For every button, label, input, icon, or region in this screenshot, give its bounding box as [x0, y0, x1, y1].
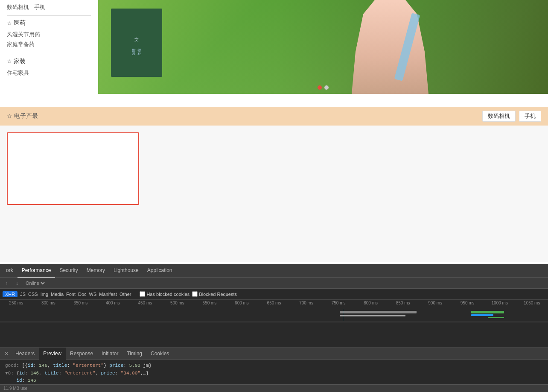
tab-memory[interactable]: Memory	[82, 264, 109, 278]
filter-img[interactable]: Img	[41, 292, 48, 297]
status-bar: 11.9 MB use	[0, 384, 548, 392]
sidebar-divider	[7, 15, 91, 16]
section-header: ☆ 电子产最 数码相机 手机	[0, 107, 548, 126]
json-line-2: id: 146	[5, 377, 543, 385]
sidebar-nav-phone[interactable]: 手机	[34, 4, 45, 10]
medicine-label: 医药	[14, 19, 26, 27]
furniture-label: 家装	[14, 58, 26, 65]
filter-manifest[interactable]: Manifest	[99, 292, 117, 297]
network-toolbar: ↑ ↓ Online	[0, 278, 548, 289]
tl-350: 350 ms	[64, 301, 97, 307]
devtools-tabs: ork Performance Security Memory Lighthou…	[0, 264, 548, 278]
blocked-requests-checkbox[interactable]	[192, 291, 198, 297]
json-line-1: ▼0: {id: 146, title: "ertertert", price:…	[5, 370, 543, 377]
waterfall-bar-green	[471, 311, 504, 313]
sidebar-link-family-medicine[interactable]: 家庭常备药	[7, 39, 91, 49]
section-tag-phone[interactable]: 手机	[519, 111, 541, 122]
waterfall-bar-gray2	[340, 315, 405, 316]
json-expand-1[interactable]: ▼0	[5, 371, 11, 376]
online-select[interactable]: Online	[24, 280, 46, 286]
banner-image: 文 樱 花散 漫	[98, 0, 548, 94]
marker-line	[343, 309, 343, 321]
tl-250: 250 ms	[0, 301, 32, 307]
panel-tab-initiator[interactable]: Initiator	[97, 348, 122, 360]
panel-tab-response[interactable]: Response	[66, 348, 97, 360]
has-blocked-cookies-checkbox[interactable]	[140, 291, 145, 297]
tl-650: 650 ms	[258, 301, 290, 307]
sidebar-medicine-title: ☆ 医药	[7, 19, 91, 27]
requests-area	[0, 322, 548, 348]
tl-550: 550 ms	[193, 301, 226, 307]
tl-900: 900 ms	[419, 301, 452, 307]
filter-ws[interactable]: WS	[89, 292, 97, 297]
sidebar-nav-items: 数码相机 手机	[7, 3, 91, 11]
sidebar-link-rheumatism[interactable]: 风湿关节用药	[7, 29, 91, 39]
sidebar-nav-camera[interactable]: 数码相机	[7, 4, 29, 10]
sidebar-link-furniture[interactable]: 住宅家具	[7, 68, 91, 78]
json-line-0: good: [{id: 146, title: "ertertert"} pri…	[5, 362, 543, 370]
tl-1050: 1050 ms	[516, 301, 548, 307]
sidebar-furniture-title: ☆ 家装	[7, 58, 91, 65]
filter-doc[interactable]: Doc	[78, 292, 87, 297]
tl-500: 500 ms	[161, 301, 194, 307]
section-tag-camera[interactable]: 数码相机	[482, 111, 516, 122]
json-expand-0[interactable]: good	[5, 363, 16, 368]
tab-application[interactable]: Application	[143, 264, 177, 278]
panel-tab-headers[interactable]: Headers	[11, 348, 39, 360]
blocked-requests-label[interactable]: Blocked Requests	[192, 291, 237, 297]
tl-700: 700 ms	[290, 301, 323, 307]
waterfall-bar-gray	[340, 311, 417, 313]
filter-font[interactable]: Font	[66, 292, 76, 297]
tl-400: 400 ms	[97, 301, 129, 307]
product-placeholder	[7, 132, 139, 205]
section-header-label: 电子产最	[14, 112, 38, 120]
panel-tab-timing[interactable]: Timing	[122, 348, 146, 360]
waterfall-bar-green2	[488, 317, 504, 318]
panel-tab-cookies[interactable]: Cookies	[146, 348, 173, 360]
filter-xhr[interactable]: XHR	[3, 291, 17, 297]
tl-600: 600 ms	[226, 301, 258, 307]
tab-lighthouse[interactable]: Lighthouse	[109, 264, 143, 278]
tab-network[interactable]: ork	[2, 264, 17, 278]
sidebar-divider-2	[7, 54, 91, 54]
devtools-area: ork Performance Security Memory Lighthou…	[0, 264, 548, 392]
filter-js[interactable]: JS	[20, 292, 26, 297]
status-text: 11.9 MB use	[3, 386, 27, 391]
panel-tabs: ✕ Headers Preview Response Initiator Tim…	[0, 348, 548, 360]
tab-security[interactable]: Security	[55, 264, 82, 278]
section-header-tags: 数码相机 手机	[482, 111, 541, 122]
panel-close-btn[interactable]: ✕	[2, 351, 11, 357]
has-blocked-cookies-label[interactable]: Has blocked cookies	[140, 291, 189, 297]
carousel-dot-1[interactable]	[318, 85, 322, 90]
sidebar-section-medicine: ☆ 医药 风湿关节用药 家庭常备药	[7, 19, 91, 50]
tl-750: 750 ms	[322, 301, 355, 307]
filter-media[interactable]: Media	[51, 292, 64, 297]
webpage-area: 数码相机 手机 ☆ 医药 风湿关节用药 家庭常备药 ☆ 家装 住宅家具	[0, 0, 548, 264]
tl-300: 300 ms	[32, 301, 65, 307]
product-area	[0, 126, 548, 262]
sidebar-section-furniture: ☆ 家装 住宅家具	[7, 58, 91, 78]
furniture-icon: ☆	[7, 58, 12, 64]
upload-btn[interactable]: ↑	[3, 280, 10, 287]
filter-css[interactable]: CSS	[28, 292, 38, 297]
waterfall-bar-blue	[471, 314, 493, 316]
tl-950: 950 ms	[451, 301, 484, 307]
carousel-dot-2[interactable]	[324, 85, 329, 90]
panel-tab-preview[interactable]: Preview	[39, 348, 66, 360]
banner-area: 文 樱 花散 漫	[98, 0, 548, 94]
timeline-bar: 250 ms 300 ms 350 ms 400 ms 450 ms 500 m…	[0, 300, 548, 322]
sidebar: 数码相机 手机 ☆ 医药 风湿关节用药 家庭常备药 ☆ 家装 住宅家具	[0, 0, 98, 94]
medicine-icon: ☆	[7, 20, 12, 26]
section-header-title: ☆ 电子产最	[7, 112, 482, 120]
download-btn[interactable]: ↓	[14, 280, 20, 287]
tl-800: 800 ms	[355, 301, 387, 307]
timeline-labels: 250 ms 300 ms 350 ms 400 ms 450 ms 500 m…	[0, 301, 548, 307]
carousel-dots	[318, 85, 329, 90]
tl-450: 450 ms	[129, 301, 161, 307]
tl-1000: 1000 ms	[484, 301, 516, 307]
filter-bar: XHR JS CSS Img Media Font Doc WS Manifes…	[0, 289, 548, 300]
tab-performance[interactable]: Performance	[17, 264, 55, 278]
filter-other[interactable]: Other	[120, 292, 131, 297]
book-card: 文 樱 花散 漫	[111, 9, 162, 77]
section-header-icon: ☆	[7, 113, 12, 120]
